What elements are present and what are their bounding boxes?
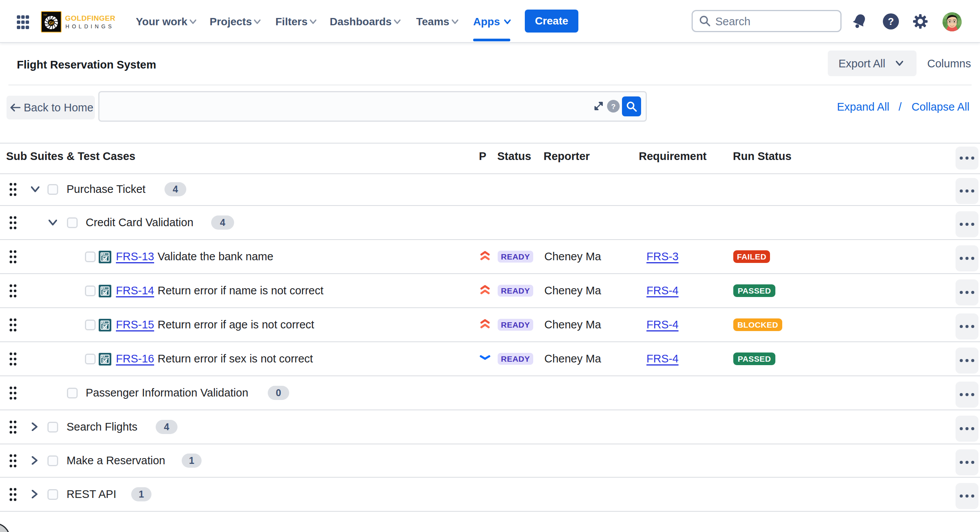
svg-text:?: ? xyxy=(611,103,616,111)
svg-text:79F: 79F xyxy=(43,14,47,16)
svg-text:Gf: Gf xyxy=(49,21,54,25)
svg-text:?: ? xyxy=(888,16,894,27)
